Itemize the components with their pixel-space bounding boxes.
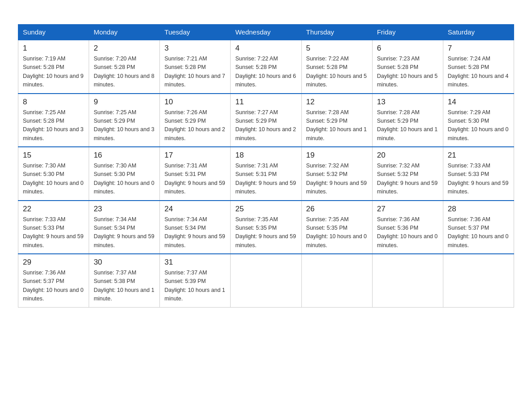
- calendar-cell: 6 Sunrise: 7:23 AMSunset: 5:28 PMDayligh…: [372, 40, 443, 94]
- day-number: 3: [164, 44, 226, 53]
- day-number: 2: [94, 44, 155, 53]
- calendar-cell: 25 Sunrise: 7:35 AMSunset: 5:35 PMDaylig…: [231, 201, 301, 254]
- day-number: 15: [23, 151, 84, 160]
- day-number: 11: [235, 98, 296, 107]
- header-monday: Monday: [89, 25, 160, 40]
- calendar-cell: [231, 254, 301, 307]
- day-info: Sunrise: 7:21 AMSunset: 5:28 PMDaylight:…: [164, 55, 226, 90]
- calendar-cell: 8 Sunrise: 7:25 AMSunset: 5:28 PMDayligh…: [18, 94, 89, 147]
- day-number: 28: [448, 205, 509, 214]
- day-info: Sunrise: 7:30 AMSunset: 5:30 PMDaylight:…: [94, 162, 155, 197]
- calendar-table: SundayMondayTuesdayWednesdayThursdayFrid…: [18, 24, 514, 308]
- day-info: Sunrise: 7:25 AMSunset: 5:29 PMDaylight:…: [94, 108, 155, 143]
- day-info: Sunrise: 7:35 AMSunset: 5:35 PMDaylight:…: [306, 215, 368, 250]
- day-info: Sunrise: 7:22 AMSunset: 5:28 PMDaylight:…: [235, 55, 296, 90]
- day-info: Sunrise: 7:36 AMSunset: 5:37 PMDaylight:…: [448, 215, 509, 250]
- calendar-week-2: 8 Sunrise: 7:25 AMSunset: 5:28 PMDayligh…: [18, 94, 514, 147]
- calendar-cell: 14 Sunrise: 7:29 AMSunset: 5:30 PMDaylig…: [443, 94, 514, 147]
- calendar-cell: 23 Sunrise: 7:34 AMSunset: 5:34 PMDaylig…: [89, 201, 160, 254]
- page-header: [18, 13, 514, 15]
- calendar-cell: 9 Sunrise: 7:25 AMSunset: 5:29 PMDayligh…: [89, 94, 160, 147]
- header-tuesday: Tuesday: [160, 25, 231, 40]
- calendar-cell: 24 Sunrise: 7:34 AMSunset: 5:34 PMDaylig…: [160, 201, 231, 254]
- calendar-cell: 10 Sunrise: 7:26 AMSunset: 5:29 PMDaylig…: [160, 94, 231, 147]
- calendar-cell: 1 Sunrise: 7:19 AMSunset: 5:28 PMDayligh…: [18, 40, 89, 94]
- header-wednesday: Wednesday: [231, 25, 301, 40]
- day-info: Sunrise: 7:28 AMSunset: 5:29 PMDaylight:…: [377, 108, 438, 143]
- day-info: Sunrise: 7:32 AMSunset: 5:32 PMDaylight:…: [306, 162, 368, 197]
- calendar-cell: 21 Sunrise: 7:33 AMSunset: 5:33 PMDaylig…: [443, 147, 514, 201]
- day-number: 20: [377, 151, 438, 160]
- calendar-cell: 30 Sunrise: 7:37 AMSunset: 5:38 PMDaylig…: [89, 254, 160, 307]
- day-number: 22: [23, 205, 84, 214]
- calendar-cell: 7 Sunrise: 7:24 AMSunset: 5:28 PMDayligh…: [443, 40, 514, 94]
- calendar-cell: 20 Sunrise: 7:32 AMSunset: 5:32 PMDaylig…: [372, 147, 443, 201]
- calendar-cell: 3 Sunrise: 7:21 AMSunset: 5:28 PMDayligh…: [160, 40, 231, 94]
- calendar-week-4: 22 Sunrise: 7:33 AMSunset: 5:33 PMDaylig…: [18, 201, 514, 254]
- day-info: Sunrise: 7:37 AMSunset: 5:39 PMDaylight:…: [164, 269, 226, 304]
- calendar-week-5: 29 Sunrise: 7:36 AMSunset: 5:37 PMDaylig…: [18, 254, 514, 307]
- header-thursday: Thursday: [301, 25, 372, 40]
- header-saturday: Saturday: [443, 25, 514, 40]
- calendar-cell: [372, 254, 443, 307]
- calendar-header-row: SundayMondayTuesdayWednesdayThursdayFrid…: [18, 25, 514, 40]
- day-info: Sunrise: 7:29 AMSunset: 5:30 PMDaylight:…: [448, 108, 509, 143]
- day-number: 24: [164, 205, 226, 214]
- day-info: Sunrise: 7:19 AMSunset: 5:28 PMDaylight:…: [23, 55, 84, 90]
- day-info: Sunrise: 7:33 AMSunset: 5:33 PMDaylight:…: [23, 215, 84, 250]
- day-number: 27: [377, 205, 438, 214]
- day-info: Sunrise: 7:28 AMSunset: 5:29 PMDaylight:…: [306, 108, 368, 143]
- day-number: 26: [306, 205, 368, 214]
- day-number: 18: [235, 151, 296, 160]
- calendar-cell: 17 Sunrise: 7:31 AMSunset: 5:31 PMDaylig…: [160, 147, 231, 201]
- day-info: Sunrise: 7:31 AMSunset: 5:31 PMDaylight:…: [235, 162, 296, 197]
- calendar-week-3: 15 Sunrise: 7:30 AMSunset: 5:30 PMDaylig…: [18, 147, 514, 201]
- calendar-cell: 27 Sunrise: 7:36 AMSunset: 5:36 PMDaylig…: [372, 201, 443, 254]
- day-info: Sunrise: 7:34 AMSunset: 5:34 PMDaylight:…: [164, 215, 226, 250]
- day-info: Sunrise: 7:35 AMSunset: 5:35 PMDaylight:…: [235, 215, 296, 250]
- day-number: 23: [94, 205, 155, 214]
- calendar-cell: 2 Sunrise: 7:20 AMSunset: 5:28 PMDayligh…: [89, 40, 160, 94]
- day-info: Sunrise: 7:30 AMSunset: 5:30 PMDaylight:…: [23, 162, 84, 197]
- day-info: Sunrise: 7:36 AMSunset: 5:37 PMDaylight:…: [23, 269, 84, 304]
- day-info: Sunrise: 7:32 AMSunset: 5:32 PMDaylight:…: [377, 162, 438, 197]
- day-number: 10: [164, 98, 226, 107]
- day-info: Sunrise: 7:25 AMSunset: 5:28 PMDaylight:…: [23, 108, 84, 143]
- day-number: 19: [306, 151, 368, 160]
- day-info: Sunrise: 7:20 AMSunset: 5:28 PMDaylight:…: [94, 55, 155, 90]
- calendar-cell: [301, 254, 372, 307]
- day-info: Sunrise: 7:24 AMSunset: 5:28 PMDaylight:…: [448, 55, 509, 90]
- calendar-cell: 11 Sunrise: 7:27 AMSunset: 5:29 PMDaylig…: [231, 94, 301, 147]
- calendar-cell: 28 Sunrise: 7:36 AMSunset: 5:37 PMDaylig…: [443, 201, 514, 254]
- day-info: Sunrise: 7:31 AMSunset: 5:31 PMDaylight:…: [164, 162, 226, 197]
- calendar-cell: 31 Sunrise: 7:37 AMSunset: 5:39 PMDaylig…: [160, 254, 231, 307]
- day-number: 25: [235, 205, 296, 214]
- day-number: 30: [94, 258, 155, 267]
- day-number: 29: [23, 258, 84, 267]
- header-friday: Friday: [372, 25, 443, 40]
- day-number: 7: [448, 44, 509, 53]
- day-number: 14: [448, 98, 509, 107]
- day-number: 5: [306, 44, 368, 53]
- calendar-cell: 12 Sunrise: 7:28 AMSunset: 5:29 PMDaylig…: [301, 94, 372, 147]
- day-info: Sunrise: 7:22 AMSunset: 5:28 PMDaylight:…: [306, 55, 368, 90]
- calendar-cell: 19 Sunrise: 7:32 AMSunset: 5:32 PMDaylig…: [301, 147, 372, 201]
- day-info: Sunrise: 7:27 AMSunset: 5:29 PMDaylight:…: [235, 108, 296, 143]
- day-info: Sunrise: 7:26 AMSunset: 5:29 PMDaylight:…: [164, 108, 226, 143]
- day-info: Sunrise: 7:36 AMSunset: 5:36 PMDaylight:…: [377, 215, 438, 250]
- header-sunday: Sunday: [18, 25, 89, 40]
- day-number: 12: [306, 98, 368, 107]
- calendar-cell: 22 Sunrise: 7:33 AMSunset: 5:33 PMDaylig…: [18, 201, 89, 254]
- day-number: 16: [94, 151, 155, 160]
- day-number: 6: [377, 44, 438, 53]
- day-info: Sunrise: 7:23 AMSunset: 5:28 PMDaylight:…: [377, 55, 438, 90]
- calendar-cell: 4 Sunrise: 7:22 AMSunset: 5:28 PMDayligh…: [231, 40, 301, 94]
- calendar-cell: 16 Sunrise: 7:30 AMSunset: 5:30 PMDaylig…: [89, 147, 160, 201]
- calendar-cell: 26 Sunrise: 7:35 AMSunset: 5:35 PMDaylig…: [301, 201, 372, 254]
- calendar-cell: 15 Sunrise: 7:30 AMSunset: 5:30 PMDaylig…: [18, 147, 89, 201]
- day-info: Sunrise: 7:33 AMSunset: 5:33 PMDaylight:…: [448, 162, 509, 197]
- calendar-cell: 29 Sunrise: 7:36 AMSunset: 5:37 PMDaylig…: [18, 254, 89, 307]
- day-number: 17: [164, 151, 226, 160]
- day-info: Sunrise: 7:34 AMSunset: 5:34 PMDaylight:…: [94, 215, 155, 250]
- calendar-cell: 18 Sunrise: 7:31 AMSunset: 5:31 PMDaylig…: [231, 147, 301, 201]
